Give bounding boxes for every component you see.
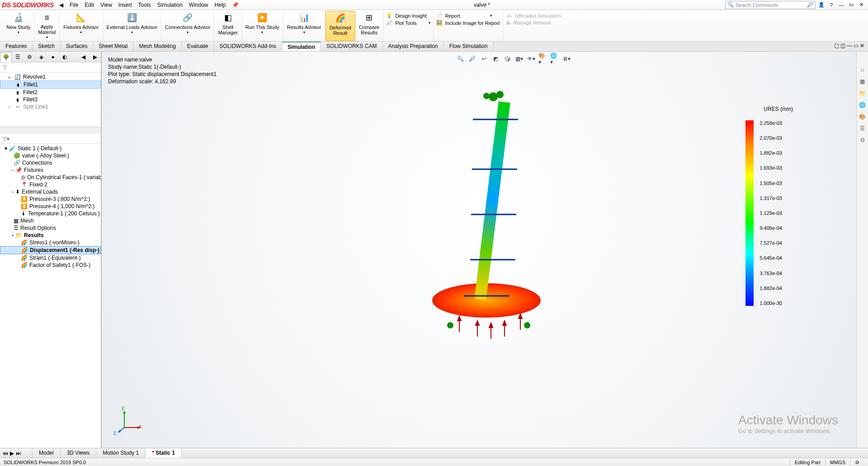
viewport-tile2-icon[interactable]: ◫ (840, 43, 845, 50)
ribbon-deformed-result[interactable]: 🌈Deformed Result (326, 11, 355, 41)
study-root[interactable]: ▾🧪Static 1 (-Default-) (0, 145, 101, 152)
forum-icon[interactable]: ⯐ (858, 136, 867, 145)
ribbon-fixtures-advisor[interactable]: 📐Fixtures Advisor▾ (60, 11, 103, 41)
panel-tab-display[interactable]: ● (47, 52, 59, 62)
ribbon-run-study[interactable]: ▶️Run This Study▾ (242, 11, 283, 41)
zoom-area-icon[interactable]: 🔎 (468, 54, 477, 63)
pin-icon[interactable]: 📌 (232, 2, 239, 8)
library-icon[interactable]: 📁 (858, 89, 867, 98)
study-node[interactable]: 🌈Displacement1 (-Res disp-) (0, 246, 101, 254)
tree-hscroll[interactable] (0, 127, 101, 134)
search-commands-input[interactable]: 🔍 Search Commands 🔎 (725, 1, 816, 9)
study-node[interactable]: 🔗Connections (0, 159, 101, 166)
tab-surfaces[interactable]: Surfaces (61, 42, 93, 51)
menu-file[interactable]: File (70, 2, 78, 8)
custom-props-icon[interactable]: ☰ (858, 124, 867, 133)
ribbon-shell-manager[interactable]: ◧Shell Manager (214, 11, 241, 41)
restore-button[interactable]: ▭ (847, 1, 855, 9)
viewport-tile-icon[interactable]: ▢ (834, 43, 839, 50)
study-node[interactable]: 🌈Factor of Safety1 (-FOS-) (0, 262, 101, 269)
menu-insert[interactable]: Insert (118, 2, 132, 8)
close-button[interactable]: ✕ (857, 1, 865, 9)
tab-features[interactable]: Features (0, 42, 33, 51)
viewport-close-icon[interactable]: ✕ (860, 43, 864, 50)
help-icon[interactable]: ? (827, 1, 835, 9)
ribbon-plot-tools[interactable]: 📈Plot Tools▾ (386, 20, 430, 26)
menu-tools[interactable]: Tools (138, 2, 151, 8)
home-icon[interactable]: ⌂ (858, 65, 867, 74)
study-node[interactable]: 🌈Stress1 (-vonMises-) (0, 239, 101, 246)
tab-mesh-modeling[interactable]: Mesh Modeling (133, 42, 181, 51)
menu-window[interactable]: Window (189, 2, 208, 8)
ribbon-results-advisor[interactable]: 📊Results Advisor▾ (283, 11, 326, 41)
tab-cam[interactable]: SOLIDWORKS CAM (321, 42, 382, 51)
panel-tab-property[interactable]: ☰ (12, 52, 24, 62)
viewport-min-icon[interactable]: — (847, 43, 852, 50)
study-node[interactable]: ☰Result Options (0, 224, 101, 232)
view-triad[interactable]: x y z (115, 407, 142, 434)
panel-nav-left[interactable]: ◀ (77, 52, 89, 62)
ribbon-new-study[interactable]: 🔬New Study▾ (3, 11, 34, 41)
appearances-icon[interactable]: 🎨 (858, 112, 867, 121)
ribbon-external-loads[interactable]: ⬇️External Loads Advisor▾ (103, 11, 162, 41)
ribbon-compare-results[interactable]: ⊞Compare Results (355, 11, 383, 41)
tree-item-revolve1[interactable]: ▸🔄Revolve1 (0, 73, 101, 81)
study-node[interactable]: ⏬Pressure-4 (:1,000 N/m^2:) (0, 203, 101, 210)
study-node[interactable]: 🌡Temperature-1 (:200 Celsius:) (0, 210, 101, 217)
study-node[interactable]: -📁Results (0, 232, 101, 239)
study-node[interactable]: ▦Mesh (0, 217, 101, 224)
viewport-max-icon[interactable]: ▭ (854, 43, 859, 50)
rewind-icon[interactable]: ⏮ (3, 450, 8, 456)
study-node[interactable]: ⏬Pressure-3 (:800 N/m^2:) (0, 195, 101, 203)
bottom-tab-3dviews[interactable]: 3D Views (61, 448, 96, 458)
view-palette-icon[interactable]: 🌐 (858, 100, 867, 109)
display-style-icon[interactable]: ▦▾ (515, 54, 524, 63)
study-node[interactable]: 🟢valve (-Alloy Steel-) (0, 152, 101, 159)
panel-nav-right[interactable]: ▶ (89, 52, 101, 62)
study-node[interactable]: 📍Fixed-2 (0, 181, 101, 188)
tree-item-fillet1[interactable]: ◖Fillet1 (0, 81, 101, 89)
motion-controls[interactable]: ⏮ ▶ ⏭ (0, 448, 33, 458)
tab-addins[interactable]: SOLIDWORKS Add-Ins (214, 42, 282, 51)
study-node[interactable]: -📌Fixtures (0, 166, 101, 174)
graphics-viewport[interactable]: Model name:valve Study name:Static 1(-De… (102, 52, 856, 448)
arrow-left-icon[interactable]: ◀ (57, 2, 66, 8)
tab-evaluate[interactable]: Evaluate (182, 42, 214, 51)
tree-item-splitline1[interactable]: ▸✂Split Line1 (0, 103, 101, 110)
panel-tab-sim[interactable]: ◐ (59, 52, 71, 62)
ribbon-include-image[interactable]: 🖼️Include Image for Report (436, 20, 500, 26)
tab-flow-sim[interactable]: Flow Simulation (444, 42, 494, 51)
resources-icon[interactable]: ▦ (858, 77, 867, 86)
tab-sheet-metal[interactable]: Sheet Metal (93, 42, 133, 51)
prev-view-icon[interactable]: ↩ (480, 54, 489, 63)
panel-tab-dimxpert[interactable]: ◈ (35, 52, 47, 62)
menu-edit[interactable]: Edit (85, 2, 94, 8)
tab-sketch[interactable]: Sketch (33, 42, 61, 51)
tab-simulation[interactable]: Simulation (282, 42, 321, 51)
apply-scene-icon[interactable]: 🌐▾ (550, 54, 559, 63)
edit-appearance-icon[interactable]: 🎨▾ (538, 54, 547, 63)
play-icon[interactable]: ▶ (10, 450, 14, 456)
bottom-tab-model[interactable]: Model (33, 448, 61, 458)
bottom-tab-motion[interactable]: Motion Study 1 (96, 448, 146, 458)
ribbon-apply-material[interactable]: ≡Apply Material▾ (34, 11, 60, 41)
menu-help[interactable]: Help (215, 2, 226, 8)
study-filter[interactable]: ▽▾ (0, 134, 101, 144)
minimize-button[interactable]: — (837, 1, 845, 9)
tree-filter[interactable]: ▽ (0, 62, 101, 72)
section-view-icon[interactable]: ◩ (491, 54, 500, 63)
ribbon-connections-advisor[interactable]: 🔗Connections Advisor▾ (161, 11, 214, 41)
hide-show-icon[interactable]: 👁▾ (527, 54, 536, 63)
ribbon-report[interactable]: 📄Report▾ (436, 13, 492, 19)
status-units[interactable]: MMGS (825, 458, 850, 466)
tree-item-fillet2[interactable]: ◖Fillet2 (0, 89, 101, 96)
panel-tab-config[interactable]: ⚙ (24, 52, 35, 62)
study-node[interactable]: ◎On Cylindrical Faces-1 (:variable:) (0, 174, 101, 181)
panel-tab-feature-tree[interactable]: 🌳 (0, 52, 12, 62)
study-node[interactable]: -⬇External Loads (0, 188, 101, 195)
user-icon[interactable]: 👤 (817, 1, 826, 9)
menu-view[interactable]: View (100, 2, 112, 8)
ribbon-design-insight[interactable]: 💡Design Insight (386, 13, 427, 19)
bottom-tab-static1[interactable]: * Static 1 (146, 448, 182, 458)
view-orient-icon[interactable]: 🎲 (503, 54, 512, 63)
